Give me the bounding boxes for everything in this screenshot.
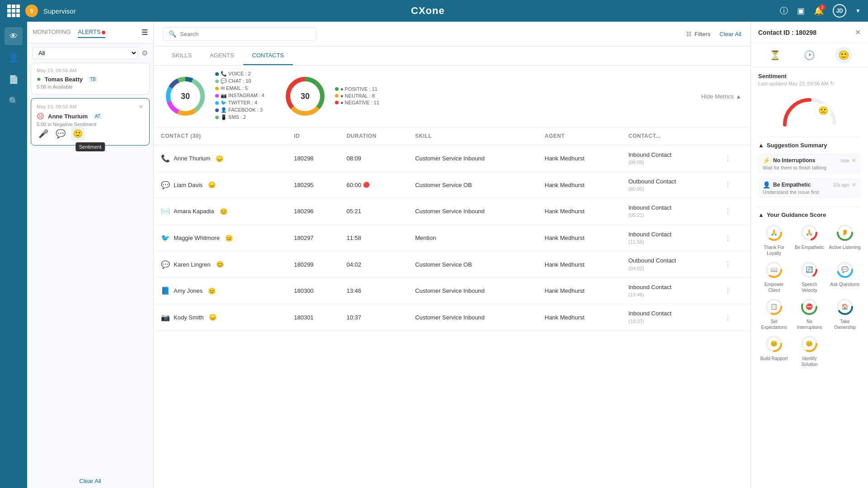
sidebar-agents-icon[interactable]: 👤 (5, 49, 23, 67)
contact-info-line2-2: (05:21) (628, 212, 710, 219)
grid-menu-icon[interactable] (7, 5, 20, 17)
guidance-gauge-5: 💬 (835, 260, 855, 280)
panel-close-btn[interactable]: ✕ (855, 28, 861, 37)
suggestion-2-desc: Understand the issue first (763, 189, 856, 195)
suggestion-2-close[interactable]: ✕ (852, 182, 856, 188)
guidance-item-1: 🙏 Be Empathetic (793, 223, 825, 256)
cell-duration-6: 10:37 (339, 304, 408, 331)
help-icon[interactable]: ⓘ (780, 5, 788, 16)
svg-text:🙏: 🙏 (806, 229, 813, 236)
search-input[interactable] (180, 31, 311, 38)
metrics-bar: 30 📞 VOICE : 2 💬 CHAT : 10 ✉ EMAIL : 5 📷… (154, 66, 750, 127)
tab-skills[interactable]: SKILLS (163, 47, 201, 65)
hide-metrics-icon: ▲ (736, 93, 741, 100)
svg-text:🙏: 🙏 (770, 229, 778, 236)
more-icon-5[interactable]: ⋮ (724, 287, 731, 295)
alert-card-2[interactable]: May 23, 09:56 AM ✕ ☹ Anne Thurium AT 5:0… (31, 98, 150, 145)
guidance-icon-wrap-4: 🔄 (799, 260, 819, 280)
icon-sidebar: 👁 👤 📄 🔍 (0, 22, 27, 488)
svg-text:🔄: 🔄 (806, 266, 813, 273)
alerts-menu-icon[interactable]: ☰ (142, 28, 148, 37)
screen-icon[interactable]: ▣ (797, 6, 805, 16)
notification-badge: 2 (819, 4, 826, 10)
cell-more-2[interactable]: ⋮ (717, 198, 750, 225)
sentiment-donut-label: 30 (301, 92, 310, 101)
filter-button[interactable]: ☷ Filters (686, 31, 710, 38)
panel-tab-clock-icon[interactable]: 🕑 (801, 47, 818, 63)
avatar-chevron[interactable]: ▼ (855, 8, 861, 14)
table-row: 💬 Liam Davis 😞 180295 60:00 🔴 Customer S… (154, 172, 750, 198)
guidance-item-8: 🏠 Take Ownership (829, 297, 861, 330)
cell-skill-0: Customer Service Inbound (408, 145, 538, 172)
alert-2-sentiment-icon[interactable]: 🙂 (71, 127, 85, 141)
tab-monitoring[interactable]: MONITORING (33, 27, 71, 38)
chevron-up-icon-2[interactable]: ▲ (758, 211, 764, 218)
tab-alerts[interactable]: ALERTS (78, 27, 105, 38)
user-avatar[interactable]: JD (833, 4, 846, 18)
more-icon-0[interactable]: ⋮ (724, 155, 731, 162)
more-icon-3[interactable]: ⋮ (724, 234, 731, 242)
alert-card-1[interactable]: May 23, 09:56 AM ● Tomas Beatty TB 5:00 … (31, 63, 150, 94)
col-skill: SKILL (408, 127, 538, 145)
duration-value-5: 13:46 (346, 287, 361, 294)
alert-2-close[interactable]: ✕ (138, 103, 144, 110)
alert-1-info: ● Tomas Beatty TB (37, 75, 144, 83)
clear-all-link[interactable]: Clear All (720, 31, 741, 38)
panel-tab-history-icon[interactable]: ⏳ (767, 47, 783, 63)
notification-icon[interactable]: 🔔 2 (814, 6, 824, 16)
guidance-gauge-7: ⛔ (799, 297, 819, 317)
sidebar-search-icon[interactable]: 🔍 (5, 92, 23, 110)
svg-text:👂: 👂 (841, 229, 849, 236)
guidance-label-3: Empower Client (758, 282, 790, 293)
chevron-up-icon[interactable]: ▲ (758, 142, 764, 149)
hide-metrics-btn[interactable]: Hide Metrics ▲ (701, 93, 741, 100)
table-row: 📘 Amy Jones 😐 180300 13:46 Customer Serv… (154, 277, 750, 304)
top-nav-center: CXone (411, 5, 445, 17)
cell-more-0[interactable]: ⋮ (717, 145, 750, 172)
channel-icon-1: 💬 (161, 181, 170, 189)
cell-more-5[interactable]: ⋮ (717, 277, 750, 304)
suggestion-1-close[interactable]: ✕ (852, 157, 856, 164)
cell-name-1: 💬 Liam Davis 😞 (154, 172, 287, 198)
cell-name-3: 🐦 Maggie Whitmore 😐 (154, 225, 287, 251)
search-box[interactable]: 🔍 (163, 27, 316, 41)
cell-skill-2: Customer Service Inbound (408, 198, 538, 225)
cell-more-6[interactable]: ⋮ (717, 304, 750, 331)
contact-info-line2-3: (11:58) (628, 239, 710, 245)
more-icon-4[interactable]: ⋮ (724, 261, 731, 268)
alert-card-2-header: May 23, 09:56 AM ✕ (37, 103, 144, 110)
guidance-title: ▲ Your Guidance Score (758, 211, 861, 218)
cell-more-1[interactable]: ⋮ (717, 172, 750, 198)
sentiment-donut: 30 (283, 74, 328, 119)
cxone-logo: CXone (411, 5, 445, 17)
more-icon-6[interactable]: ⋮ (724, 314, 731, 321)
person-icon: 👤 (763, 181, 770, 188)
cell-agent-1: Hank Medhurst (538, 172, 621, 198)
cell-duration-4: 04:02 (339, 251, 408, 278)
svg-text:😊: 😊 (770, 340, 778, 347)
sidebar-reports-icon[interactable]: 📄 (5, 70, 23, 89)
alert-2-coach-icon[interactable]: 🎤 (37, 127, 50, 141)
tab-contacts[interactable]: CONTACTS (243, 47, 293, 65)
cell-more-3[interactable]: ⋮ (717, 225, 750, 251)
more-icon-2[interactable]: ⋮ (724, 207, 731, 215)
alerts-clear-all[interactable]: Clear All (27, 474, 153, 488)
cell-id-6: 180301 (287, 304, 339, 331)
cell-more-4[interactable]: ⋮ (717, 251, 750, 278)
tab-agents[interactable]: AGENTS (201, 47, 243, 65)
sidebar-monitor-icon[interactable]: 👁 (5, 27, 23, 45)
table-row: 📞 Anne Thurium 😞 180298 08:09 Customer S… (154, 145, 750, 172)
alerts-badge (102, 31, 105, 34)
channel-icon-3: 🐦 (161, 234, 170, 242)
col-duration: DURATION (339, 127, 408, 145)
alerts-settings-icon[interactable]: ⚙ (142, 49, 148, 57)
alert-1-tag: TB (88, 76, 98, 82)
content-tabs: SKILLS AGENTS CONTACTS (154, 47, 750, 66)
more-icon-1[interactable]: ⋮ (724, 181, 731, 189)
panel-tab-sentiment-icon[interactable]: 🙂 (835, 47, 852, 63)
alert-2-message-icon[interactable]: 💬 (54, 127, 67, 141)
guidance-label-7: No Interruptions (793, 319, 825, 330)
guidance-gauge-8: 🏠 (835, 297, 855, 317)
refresh-icon[interactable]: ↻ (830, 80, 834, 86)
alerts-filter-select[interactable]: All (33, 47, 138, 59)
